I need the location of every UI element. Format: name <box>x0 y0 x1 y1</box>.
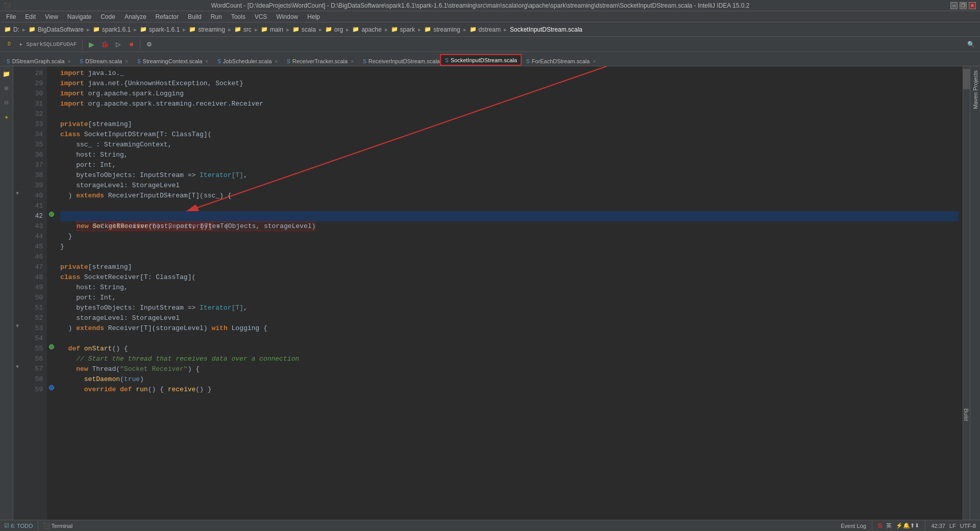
terminal-panel-button[interactable]: ⬛ Terminal <box>43 522 73 529</box>
todo-panel-button[interactable]: ☑ 6: TODO <box>4 522 33 529</box>
menu-run[interactable]: Run <box>207 12 226 21</box>
path-spark2[interactable]: spark <box>400 26 415 33</box>
search-everywhere-button[interactable]: 🔍 <box>965 38 977 50</box>
tab-close-8[interactable]: × <box>593 59 596 64</box>
path-apache[interactable]: apache <box>361 26 381 33</box>
fold-57[interactable]: ▼ <box>13 362 21 372</box>
code-line-39[interactable]: storageLevel: StorageLevel <box>60 181 959 191</box>
code-line-51[interactable]: bytesToObjects: InputStream => Iterator[… <box>60 303 959 313</box>
tab-streamingcontext[interactable]: S StreamingContext.scala × <box>133 56 213 66</box>
code-line-57[interactable]: new Thread("Socket Receiver") { <box>60 364 959 374</box>
menu-window[interactable]: Window <box>272 12 302 21</box>
maven-projects-label[interactable]: Maven Projects <box>972 70 978 109</box>
menu-navigate[interactable]: Navigate <box>63 12 95 21</box>
menu-vcs[interactable]: VCS <box>251 12 272 21</box>
menu-analyze[interactable]: Analyze <box>120 12 151 21</box>
menu-help[interactable]: Help <box>303 12 324 21</box>
code-line-38[interactable]: bytesToObjects: InputStream => Iterator[… <box>60 170 959 181</box>
breakpoint-indicator-59[interactable] <box>49 385 54 390</box>
breakpoint-indicator-42[interactable] <box>49 212 54 217</box>
hierarchy-icon[interactable]: ⊟ <box>1 97 12 108</box>
todo-label[interactable]: 6: TODO <box>11 523 33 529</box>
menu-edit[interactable]: Edit <box>21 12 40 21</box>
favorites-icon[interactable]: ★ <box>1 111 12 122</box>
run-button[interactable]: ▶ <box>85 38 97 50</box>
code-line-43[interactable]: new SocketReceiver(host, port, bytesToOb… <box>60 221 959 232</box>
path-scala[interactable]: scala <box>302 26 316 33</box>
code-line-56[interactable]: // Start the thread that receives data o… <box>60 354 959 364</box>
tab-socketinputdstream[interactable]: S SocketInputDStream.scala × <box>440 54 522 66</box>
close-button[interactable]: ✕ <box>969 2 976 9</box>
code-line-53[interactable]: ) extends Receiver[T](storageLevel) with… <box>60 323 959 334</box>
debug-button[interactable]: 🐞 <box>99 38 111 50</box>
window-controls[interactable]: ─ ❐ ✕ <box>950 2 976 9</box>
menu-refactor[interactable]: Refactor <box>152 12 183 21</box>
code-line-44[interactable]: } <box>60 232 959 242</box>
code-line-33[interactable]: private[streaming] <box>60 119 959 130</box>
coverage-button[interactable]: ▷ <box>112 38 124 50</box>
code-line-34[interactable]: class SocketInputDStream[T: ClassTag]( <box>60 130 959 140</box>
terminal-label[interactable]: Terminal <box>52 523 73 529</box>
right-sidebar-scrollbar[interactable]: Build <box>963 66 970 520</box>
path-streaming[interactable]: streaming <box>198 26 225 33</box>
fold-40[interactable]: ▼ <box>13 189 21 199</box>
fold-53[interactable]: ▼ <box>13 321 21 332</box>
code-line-42[interactable]: def getReceiver(): Receiver[T] = { <box>60 211 959 221</box>
scrollbar-thumb[interactable] <box>963 69 970 89</box>
tab-close-2[interactable]: × <box>125 59 128 64</box>
path-spark16[interactable]: spark-1.6.1 <box>149 26 180 33</box>
breakpoint-indicator-55[interactable] <box>49 344 54 349</box>
tab-dstream[interactable]: S DStream.scala × <box>75 56 133 66</box>
path-d[interactable]: D: <box>13 26 19 33</box>
code-line-54[interactable] <box>60 334 959 344</box>
code-line-52[interactable]: storageLevel: StorageLevel <box>60 313 959 323</box>
path-org[interactable]: org <box>334 26 343 33</box>
code-line-46[interactable] <box>60 252 959 262</box>
code-line-47[interactable]: private[streaming] <box>60 262 959 272</box>
menu-code[interactable]: Code <box>96 12 119 21</box>
tab-foreachdstream[interactable]: S ForEachDStream.scala × <box>522 56 600 66</box>
code-line-41[interactable] <box>60 201 959 211</box>
encoding[interactable]: UTF-8 <box>960 523 976 529</box>
path-bigdata[interactable]: BigDataSoftware <box>38 26 84 33</box>
menu-view[interactable]: View <box>41 12 62 21</box>
build-sidebar-label[interactable]: Build <box>963 409 969 421</box>
path-src[interactable]: src <box>243 26 252 33</box>
line-separator[interactable]: LF <box>949 523 956 529</box>
code-line-50[interactable]: port: Int, <box>60 293 959 303</box>
path-main[interactable]: main <box>270 26 283 33</box>
code-line-28[interactable]: import java.io._ <box>60 68 959 79</box>
code-line-59[interactable]: override def run() { receive() } <box>60 385 959 395</box>
code-line-36[interactable]: host: String, <box>60 150 959 160</box>
path-streaming2[interactable]: streaming <box>433 26 460 33</box>
minimize-button[interactable]: ─ <box>950 2 958 9</box>
code-line-31[interactable]: import org.apache.spark.streaming.receiv… <box>60 99 959 109</box>
code-line-49[interactable]: host: String, <box>60 283 959 293</box>
code-line-55[interactable]: def onStart() { <box>60 344 959 354</box>
menu-tools[interactable]: Tools <box>227 12 250 21</box>
code-line-29[interactable]: import java.net.{UnknownHostException, S… <box>60 79 959 89</box>
stop-button[interactable]: ■ <box>125 38 137 50</box>
code-line-48[interactable]: class SocketReceiver[T: ClassTag]( <box>60 272 959 283</box>
menu-file[interactable]: File <box>2 12 20 21</box>
menu-build[interactable]: Build <box>184 12 206 21</box>
tab-receivertracker[interactable]: S ReceiverTracker.scala × <box>282 56 358 66</box>
tab-jobscheduler[interactable]: S JobScheduler.scala × <box>213 56 282 66</box>
code-line-32[interactable] <box>60 109 959 119</box>
maven-projects-sidebar[interactable]: Maven Projects <box>970 66 980 520</box>
restore-button[interactable]: ❐ <box>960 2 967 9</box>
tab-dstreamgraph[interactable]: S DStreamGraph.scala × <box>2 56 75 66</box>
tab-close-3[interactable]: × <box>205 59 208 64</box>
code-line-40[interactable]: ) extends ReceiverInputDStream[T](ssc_) … <box>60 191 959 201</box>
code-line-58[interactable]: setDaemon(true) <box>60 374 959 385</box>
code-area[interactable]: import java.io._ import java.net.{Unknow… <box>56 66 963 520</box>
event-log-button[interactable]: Event Log <box>841 523 866 529</box>
path-dstream[interactable]: dstream <box>479 26 501 33</box>
code-line-45[interactable]: } <box>60 242 959 252</box>
code-line-37[interactable]: port: Int, <box>60 160 959 170</box>
settings-button[interactable]: ⚙ <box>143 38 155 50</box>
tab-close-5[interactable]: × <box>351 59 354 64</box>
code-line-30[interactable]: import org.apache.spark.Logging <box>60 89 959 99</box>
structure-icon[interactable]: ⊞ <box>1 83 12 94</box>
tab-close-4[interactable]: × <box>275 59 278 64</box>
